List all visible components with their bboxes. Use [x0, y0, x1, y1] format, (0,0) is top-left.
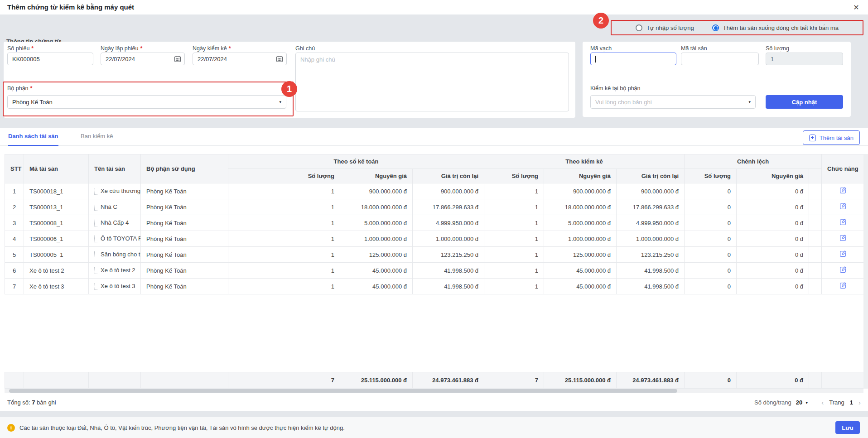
edit-row-button[interactable]	[838, 202, 848, 212]
cell-theo-kiem-ke: 1	[484, 263, 544, 279]
cell-theo-kiem-ke: 1	[484, 215, 544, 231]
table-row: 1TS000018_1Xe cứu thương 16 ...Phòng Kế …	[5, 183, 864, 199]
radio-manual-quantity[interactable]: Tự nhập số lượng	[636, 24, 694, 31]
table-row: 3TS000008_1Nhà Cấp 4Phòng Kế Toán15.000.…	[5, 215, 864, 231]
cell-theo-kiem-ke: 1.000.000.000 đ	[617, 231, 685, 247]
cell-chuc-nang	[822, 263, 864, 279]
plus-icon	[809, 135, 816, 141]
cell-theo-kiem-ke: 41.998.500 đ	[617, 263, 685, 279]
cell-bo-phan-su-dung: Phòng Kế Toán	[141, 247, 228, 263]
cell-spacer	[809, 199, 822, 215]
kiem-ke-tai-bo-phan-placeholder: Vui lòng chọn bản ghi	[595, 99, 746, 106]
subcol-nguyen-gia: Nguyên giá	[340, 169, 413, 183]
empty-table-space	[5, 294, 864, 372]
cell-theo-so-ke-toan: 17.866.299.633 đ	[413, 199, 484, 215]
cell-theo-so-ke-toan: 45.000.000 đ	[340, 279, 413, 294]
close-icon[interactable]: ✕	[851, 2, 862, 13]
totals-empty-cell	[5, 372, 24, 389]
dialog-titlebar: Thêm chứng từ kiểm kê bằng máy quét ✕	[0, 0, 868, 14]
row-handle-icon	[94, 251, 97, 258]
cell-stt: 6	[5, 263, 24, 279]
radio-add-asset-per-scan[interactable]: Thêm tài sản xuống dòng chi tiết khi bắn…	[712, 24, 839, 31]
ma-vach-label: Mã vạch	[590, 45, 612, 52]
cell-spacer	[809, 183, 822, 199]
cell-theo-kiem-ke: 1	[484, 247, 544, 263]
document-fields-card: Số phiếu Ngày lập phiếu Ngày kiểm kê Ghi…	[4, 42, 575, 118]
edit-icon	[839, 250, 847, 258]
so-luong-label: Số lượng	[766, 45, 789, 52]
ngay-kiem-ke-label: Ngày kiểm kê	[193, 45, 231, 52]
radio-label: Thêm tài sản xuống dòng chi tiết khi bắn…	[723, 24, 839, 31]
cell-theo-kiem-ke: 41.998.500 đ	[617, 279, 685, 294]
cell-spacer	[809, 279, 822, 294]
tab-danh-sach-tai-san[interactable]: Danh sách tài sản	[8, 128, 58, 146]
horizontal-scrollbar-thumb[interactable]	[9, 389, 677, 393]
cell-spacer	[809, 247, 822, 263]
row-handle-icon	[94, 236, 97, 242]
cell-chenh-lech: 0 đ	[737, 199, 809, 215]
edit-icon	[839, 282, 847, 289]
cell-chenh-lech: 0 đ	[737, 183, 809, 199]
cell-theo-so-ke-toan: 1	[228, 199, 340, 215]
ma-vach-input[interactable]	[590, 53, 676, 65]
vertical-scrollbar[interactable]	[863, 154, 868, 389]
cell-bo-phan-su-dung: Phòng Kế Toán	[141, 199, 228, 215]
group-theo-so-ke-toan: Theo sổ kế toán	[228, 154, 484, 169]
ngay-kiem-ke-input[interactable]	[193, 53, 287, 65]
cell-chenh-lech: 0 đ	[737, 263, 809, 279]
bo-phan-value: Phòng Kế Toán	[12, 99, 276, 106]
save-button[interactable]: Lưu	[835, 421, 860, 434]
horizontal-scrollbar-track	[5, 389, 863, 393]
col-stt: STT	[5, 154, 24, 183]
separator	[0, 411, 868, 417]
edit-row-button[interactable]	[838, 249, 848, 260]
update-button[interactable]: Cập nhật	[766, 95, 843, 109]
total-theo-so-ke-toan: 24.973.461.883 đ	[413, 372, 484, 389]
cell-ma-tai-san: Xe ô tô test 2	[24, 263, 89, 279]
cell-chenh-lech: 0	[685, 231, 737, 247]
edit-row-button[interactable]	[838, 265, 848, 276]
so-phieu-input[interactable]	[7, 53, 93, 65]
cell-theo-kiem-ke: 5.000.000.000 đ	[544, 215, 617, 231]
cell-chenh-lech: 0	[685, 183, 737, 199]
cell-theo-kiem-ke: 1	[484, 231, 544, 247]
col-ma-tai-san: Mã tài sản	[24, 154, 89, 183]
ma-tai-san-input[interactable]	[681, 53, 759, 65]
cell-chuc-nang	[822, 215, 864, 231]
rows-per-page-select[interactable]: 20 ▾	[796, 399, 808, 406]
cell-theo-so-ke-toan: 41.998.500 đ	[413, 279, 484, 294]
info-bar: i Các tài sản thuộc loại Đất, Nhà, Ô tô,…	[0, 417, 868, 438]
edit-row-button[interactable]	[838, 281, 848, 292]
tab-ban-kiem-ke[interactable]: Ban kiểm kê	[81, 128, 113, 146]
total-theo-kiem-ke: 25.115.000.000 đ	[544, 372, 617, 389]
cell-chenh-lech: 0 đ	[737, 247, 809, 263]
ngay-lap-phieu-label: Ngày lập phiếu	[101, 45, 142, 52]
table-footer: Tổng số: 7 bản ghi Số dòng/trang 20 ▾ ‹ …	[0, 393, 868, 411]
cell-theo-so-ke-toan: 4.999.950.000 đ	[413, 215, 484, 231]
subcol-gia-tri-con-lai: Giá trị còn lại	[617, 169, 685, 183]
ngay-lap-phieu-input[interactable]	[101, 53, 185, 65]
cell-chenh-lech: 0	[685, 279, 737, 294]
cell-ma-tai-san: TS000005_1	[24, 247, 89, 263]
info-icon: i	[7, 424, 15, 432]
asset-name: Ô tô TOYOTA RUS...	[101, 235, 141, 242]
ghi-chu-textarea[interactable]	[295, 53, 569, 111]
radio-unselected-icon	[636, 24, 642, 31]
cell-spacer	[809, 263, 822, 279]
prev-page-icon[interactable]: ‹	[821, 399, 824, 406]
next-page-icon[interactable]: ›	[858, 399, 861, 406]
cell-stt: 1	[5, 183, 24, 199]
add-asset-button[interactable]: Thêm tài sản	[803, 130, 860, 145]
cell-theo-kiem-ke: 125.000.000 đ	[544, 247, 617, 263]
edit-row-button[interactable]	[838, 233, 848, 244]
edit-row-button[interactable]	[838, 217, 848, 228]
cell-theo-so-ke-toan: 1	[228, 231, 340, 247]
chevron-down-icon: ▾	[748, 100, 751, 104]
annotation-badge-1: 1	[281, 81, 297, 97]
cell-spacer	[809, 215, 822, 231]
kiem-ke-tai-bo-phan-select[interactable]: Vui lòng chọn bản ghi ▾	[590, 95, 756, 109]
bo-phan-select[interactable]: Phòng Kế Toán ▾	[7, 95, 286, 109]
edit-row-button[interactable]	[838, 186, 848, 197]
so-luong-input[interactable]	[766, 53, 843, 65]
table-row: 6Xe ô tô test 2Xe ô tô test 2Phòng Kế To…	[5, 263, 864, 279]
